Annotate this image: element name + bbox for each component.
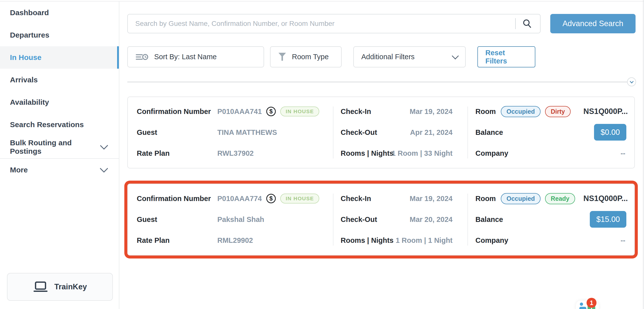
search-box [127, 14, 540, 33]
sort-icon [135, 52, 149, 62]
search-divider [515, 18, 516, 29]
chevron-down-icon [100, 164, 108, 173]
chevron-down-icon [452, 52, 459, 59]
notification-badge[interactable]: 1 [586, 298, 596, 308]
check-in-value: Mar 19, 2024 [410, 193, 452, 204]
guest-label: Guest [137, 126, 157, 138]
room-label: Room [476, 106, 496, 117]
search-icon[interactable] [522, 19, 532, 29]
check-in-label: Check-In [341, 106, 371, 117]
check-out-label: Check-Out [341, 213, 377, 225]
confirmation-number-label: Confirmation Number [137, 193, 211, 204]
confirmation-number-value: P010AAA741 [217, 106, 262, 117]
check-in-label: Check-In [341, 193, 371, 204]
trainkey-label: TrainKey [54, 282, 87, 291]
rooms-nights-label: Rooms | Nights [341, 147, 394, 159]
rooms-nights-value: 1 Room | 33 Night [392, 147, 452, 159]
sidebar-item-search-reservations[interactable]: Search Reservations [0, 113, 119, 136]
rate-plan-value: RWL37902 [217, 147, 254, 159]
balance-button[interactable]: $15.00 [590, 211, 626, 228]
sidebar-item-arrivals[interactable]: Arrivals [0, 69, 119, 91]
filter-funnel-icon [278, 52, 286, 62]
in-house-page: Dashboard Departures In House Arrivals A… [0, 0, 644, 309]
column-divider [333, 194, 334, 245]
trainkey-button[interactable]: TrainKey [7, 273, 113, 301]
sidebar-item-label: Search Reservations [10, 120, 84, 129]
room-type-button[interactable]: Room Type [270, 46, 342, 67]
sidebar: Dashboard Departures In House Arrivals A… [0, 2, 119, 309]
column-divider [468, 194, 468, 245]
room-number-value: NS1Q000P... [583, 193, 628, 204]
company-value: -- [621, 234, 625, 246]
additional-filters-button[interactable]: Additional Filters [353, 46, 466, 67]
balance-button[interactable]: $0.00 [594, 124, 626, 141]
chevron-down-icon [630, 80, 634, 84]
sidebar-item-label: Bulk Routing and Postings [10, 139, 101, 155]
sidebar-item-label: More [10, 166, 28, 174]
section-divider [127, 82, 628, 82]
sort-by-button[interactable]: Sort By: Last Name [127, 46, 264, 67]
confirmation-number-value: P010AAA774 [217, 193, 262, 204]
status-badge: IN HOUSE [280, 107, 320, 116]
search-input[interactable] [127, 14, 540, 33]
laptop-icon [33, 281, 48, 292]
company-label: Company [476, 147, 508, 159]
occupied-pill: Occupied [501, 106, 540, 117]
check-out-value: Apr 21, 2024 [410, 126, 452, 138]
reset-filters-button[interactable]: Reset Filters [478, 46, 535, 67]
sidebar-item-label: In House [10, 53, 42, 62]
room-type-label: Room Type [292, 53, 329, 61]
room-status-pills: Occupied Dirty [501, 106, 571, 117]
dirty-pill: Dirty [545, 106, 571, 117]
rooms-nights-label: Rooms | Nights [341, 234, 394, 246]
main-content: Advanced Search Sort By: Last Name R [119, 0, 644, 309]
ready-pill: Ready [545, 193, 575, 204]
collapse-toggle-button[interactable] [627, 77, 636, 86]
sidebar-item-in-house[interactable]: In House [0, 46, 119, 69]
sidebar-item-availability[interactable]: Availability [0, 91, 119, 113]
sidebar-item-more[interactable]: More [0, 159, 119, 181]
company-value: -- [621, 147, 625, 159]
right-panel-edge [643, 0, 644, 309]
rate-plan-label: Rate Plan [137, 147, 170, 159]
confirmation-number-group: P010AAA774 $ IN HOUSE [217, 193, 319, 204]
sidebar-item-label: Departures [10, 31, 49, 39]
company-label: Company [476, 234, 508, 246]
balance-label: Balance [476, 213, 503, 225]
room-status-pills: Occupied Ready [501, 193, 575, 204]
sidebar-item-departures[interactable]: Departures [0, 24, 119, 46]
column-divider [468, 107, 468, 158]
chat-icon-blue-bar [579, 307, 586, 309]
guest-value: TINA MATTHEWS [217, 126, 277, 138]
balance-label: Balance [476, 126, 503, 138]
guest-label: Guest [137, 213, 157, 225]
confirmation-number-label: Confirmation Number [137, 106, 211, 117]
active-indicator-bar [117, 46, 119, 69]
check-in-value: Mar 19, 2024 [410, 106, 452, 117]
room-number-value: NS1Q000P... [583, 106, 628, 117]
room-label: Room [476, 193, 496, 204]
chat-icon-blue-dot [580, 302, 583, 306]
folio-dollar-icon[interactable]: $ [266, 107, 276, 116]
sidebar-item-label: Availability [10, 98, 49, 107]
sort-by-label: Sort By: Last Name [154, 53, 216, 61]
reservation-card[interactable]: Confirmation Number P010AAA741 $ IN HOUS… [127, 97, 635, 168]
rate-plan-label: Rate Plan [137, 234, 170, 246]
confirmation-number-group: P010AAA741 $ IN HOUSE [217, 106, 319, 117]
sidebar-item-bulk-routing[interactable]: Bulk Routing and Postings [0, 136, 119, 158]
rate-plan-value: RML29902 [217, 234, 253, 246]
check-out-label: Check-Out [341, 126, 377, 138]
reservation-card-highlighted[interactable]: Confirmation Number P010AAA774 $ IN HOUS… [127, 184, 635, 255]
guest-value: Pakshal Shah [217, 213, 264, 225]
rooms-nights-value: 1 Room | 1 Night [396, 234, 452, 246]
occupied-pill: Occupied [501, 193, 540, 204]
column-divider [333, 107, 334, 158]
check-out-value: Mar 20, 2024 [410, 213, 452, 225]
additional-filters-label: Additional Filters [361, 53, 414, 61]
sidebar-item-dashboard[interactable]: Dashboard [0, 2, 119, 24]
sidebar-item-label: Dashboard [10, 9, 49, 17]
reset-filters-label: Reset Filters [485, 49, 528, 65]
folio-dollar-icon[interactable]: $ [266, 194, 276, 203]
sidebar-item-label: Arrivals [10, 76, 38, 84]
advanced-search-button[interactable]: Advanced Search [550, 14, 636, 33]
